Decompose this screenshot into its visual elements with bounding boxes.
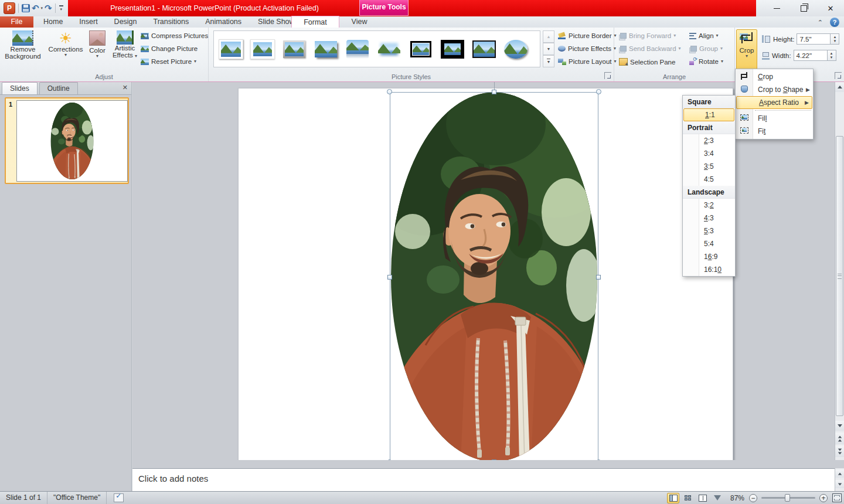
style-metal-oval[interactable] bbox=[503, 39, 528, 59]
menu-item-fit[interactable]: Fit bbox=[736, 125, 813, 138]
previous-slide-button[interactable] bbox=[835, 433, 844, 444]
minimize-button[interactable] bbox=[763, 0, 790, 16]
tab-format-active[interactable]: Format bbox=[291, 16, 339, 28]
tab-insert[interactable]: Insert bbox=[71, 16, 106, 28]
tab-transitions[interactable]: Transitions bbox=[145, 16, 198, 28]
change-picture-button[interactable]: Change Picture bbox=[141, 45, 198, 52]
menu-item-fill[interactable]: Fill bbox=[736, 112, 813, 125]
scrollbar-thumb[interactable] bbox=[836, 136, 843, 416]
handle-bottom-center[interactable] bbox=[492, 459, 496, 460]
style-reflected-rounded-rectangle[interactable] bbox=[345, 39, 370, 59]
scroll-up-button[interactable] bbox=[835, 82, 844, 92]
handle-middle-left[interactable] bbox=[387, 275, 392, 280]
submenu-header-portrait: Portrait bbox=[683, 121, 735, 134]
aspect-5-4[interactable]: 5:4 bbox=[683, 237, 735, 250]
style-double-frame-black[interactable] bbox=[409, 39, 433, 59]
aspect-3-4[interactable]: 3:4 bbox=[683, 147, 735, 160]
handle-top-left[interactable] bbox=[387, 89, 392, 94]
spellcheck-icon[interactable] bbox=[114, 493, 124, 502]
style-thick-matte-black[interactable] bbox=[440, 39, 465, 59]
picture-border-button[interactable]: Picture Border ▾ bbox=[558, 32, 617, 39]
gallery-more-button[interactable]: ▼ bbox=[543, 55, 554, 67]
aspect-16-9[interactable]: 16:9 bbox=[683, 250, 735, 263]
handle-top-right[interactable] bbox=[596, 89, 601, 94]
close-button[interactable]: ✕ bbox=[817, 0, 844, 16]
customize-qat-icon[interactable]: ▾ bbox=[59, 5, 63, 12]
aspect-1-1-highlighted[interactable]: 1:1 bbox=[683, 108, 734, 121]
style-simple-frame-black[interactable] bbox=[472, 39, 496, 59]
undo-dropdown-icon[interactable]: ▾ bbox=[41, 6, 43, 11]
aspect-4-5[interactable]: 4:5 bbox=[683, 173, 735, 186]
style-drop-shadow-rectangle[interactable] bbox=[314, 39, 338, 59]
zoom-slider-thumb[interactable] bbox=[785, 494, 790, 502]
size-dialog-launcher[interactable] bbox=[835, 72, 842, 79]
normal-view-button[interactable] bbox=[667, 493, 679, 503]
compress-pictures-button[interactable]: Compress Pictures bbox=[141, 32, 208, 39]
slide-sorter-button[interactable] bbox=[682, 493, 694, 503]
handle-middle-right[interactable] bbox=[596, 275, 601, 280]
width-spinner[interactable]: ▲▼ bbox=[828, 50, 836, 61]
collapse-ribbon-icon[interactable]: ⌃ bbox=[818, 19, 823, 26]
redo-icon[interactable]: ↷ bbox=[45, 4, 52, 12]
aspect-2-3[interactable]: 2:3 bbox=[683, 134, 735, 147]
crop-button-active[interactable]: Crop ▾ bbox=[736, 29, 757, 73]
scroll-down-button[interactable] bbox=[835, 421, 844, 431]
rotate-button[interactable]: Rotate ▾ bbox=[689, 58, 723, 65]
help-button[interactable]: ? bbox=[830, 18, 839, 27]
height-spinner[interactable]: ▲▼ bbox=[831, 33, 839, 45]
zoom-level[interactable]: 87% bbox=[726, 494, 744, 502]
tab-home[interactable]: Home bbox=[35, 16, 71, 28]
zoom-in-button[interactable]: + bbox=[819, 494, 828, 502]
aspect-4-3[interactable]: 4:3 bbox=[683, 212, 735, 224]
menu-item-crop-to-shape[interactable]: Crop to Shape ▶ bbox=[736, 83, 813, 96]
width-input[interactable]: 4.22" bbox=[794, 50, 828, 61]
tab-outline[interactable]: Outline bbox=[39, 82, 78, 94]
reading-view-button[interactable] bbox=[696, 493, 709, 503]
restore-button[interactable] bbox=[790, 0, 817, 16]
tab-file[interactable]: File bbox=[0, 16, 33, 28]
undo-icon[interactable]: ↶ bbox=[32, 4, 39, 12]
powerpoint-logo-icon[interactable]: P bbox=[4, 2, 15, 14]
picture-effects-button[interactable]: Picture Effects ▾ bbox=[558, 45, 616, 52]
next-slide-button[interactable] bbox=[835, 445, 844, 457]
notes-scroll-down[interactable] bbox=[835, 480, 844, 488]
style-beveled-matte-white[interactable] bbox=[250, 39, 275, 59]
handle-top-center[interactable] bbox=[492, 90, 496, 94]
tab-view[interactable]: View bbox=[343, 16, 376, 28]
aspect-5-3[interactable]: 5:3 bbox=[683, 224, 735, 237]
aspect-3-2[interactable]: 3:2 bbox=[683, 199, 735, 212]
style-soft-edge-rectangle[interactable] bbox=[377, 39, 401, 59]
picture-layout-button[interactable]: Picture Layout ▾ bbox=[558, 58, 617, 65]
notes-scroll-up[interactable] bbox=[835, 469, 844, 478]
menu-item-crop[interactable]: Crop bbox=[736, 70, 813, 83]
theme-indicator[interactable]: "Office Theme" bbox=[47, 492, 107, 504]
gallery-scroll-down[interactable]: ▼ bbox=[543, 43, 554, 55]
style-simple-frame-white[interactable] bbox=[219, 39, 243, 59]
slide-show-button[interactable] bbox=[711, 493, 723, 503]
corrections-button[interactable]: ☀ Corrections ▾ bbox=[48, 30, 83, 57]
remove-background-button[interactable]: Remove Background bbox=[5, 30, 41, 60]
style-metal-frame[interactable] bbox=[282, 39, 307, 59]
notes-splitter[interactable] bbox=[132, 460, 835, 468]
fit-to-window-button[interactable] bbox=[832, 493, 842, 502]
align-button[interactable]: Align ▾ bbox=[689, 32, 719, 39]
selection-pane-button[interactable]: Selection Pane bbox=[619, 58, 675, 66]
menu-item-aspect-ratio-highlighted[interactable]: Aspect Ratio ▶ bbox=[736, 96, 812, 109]
color-button[interactable]: Color ▾ bbox=[84, 30, 110, 59]
save-icon[interactable] bbox=[22, 4, 30, 12]
slide-thumbnail-selected[interactable]: 1 bbox=[5, 97, 129, 184]
tab-slides[interactable]: Slides bbox=[2, 82, 38, 94]
notes-pane[interactable]: Click to add notes bbox=[132, 468, 835, 491]
aspect-16-10[interactable]: 16:10 bbox=[683, 263, 735, 276]
aspect-3-5[interactable]: 3:5 bbox=[683, 160, 735, 173]
artistic-effects-button[interactable]: Artistic Effects ▾ bbox=[111, 30, 139, 59]
height-input[interactable]: 7.5" bbox=[797, 33, 831, 45]
zoom-slider[interactable] bbox=[761, 497, 815, 499]
tab-design[interactable]: Design bbox=[106, 16, 145, 28]
selected-picture[interactable] bbox=[390, 92, 598, 460]
close-panel-icon[interactable]: ✕ bbox=[122, 84, 128, 91]
tab-animations[interactable]: Animations bbox=[197, 16, 250, 28]
zoom-out-button[interactable]: − bbox=[749, 494, 757, 502]
reset-picture-button[interactable]: Reset Picture ▾ bbox=[141, 58, 196, 65]
gallery-scroll-up[interactable]: ▲ bbox=[543, 30, 554, 43]
